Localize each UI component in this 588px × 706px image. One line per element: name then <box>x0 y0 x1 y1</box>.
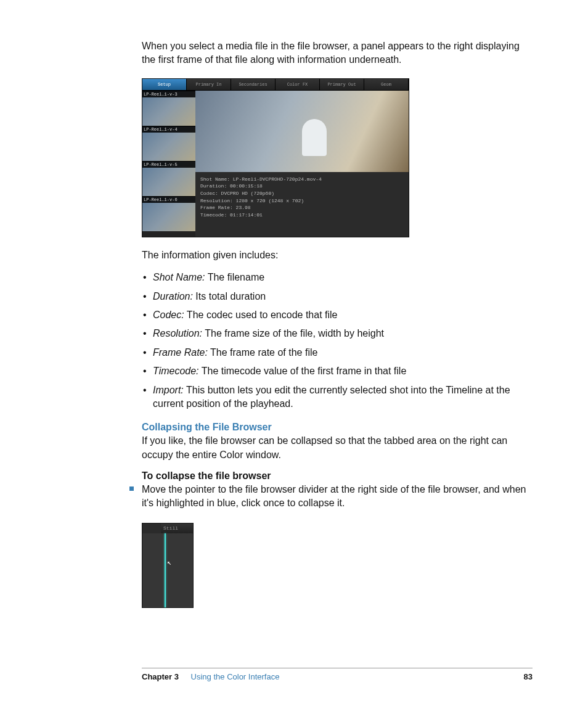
tab-primary-in: Primary In <box>187 79 231 90</box>
step-list: Move the pointer to the file browser div… <box>142 483 533 511</box>
cursor-icon: ↖ <box>167 558 171 567</box>
definition-list: Shot Name: The filename Duration: Its to… <box>142 271 533 411</box>
screenshot2-tab: Still <box>161 523 193 534</box>
def-codec: Codec: The codec used to encode that fil… <box>142 308 533 322</box>
collapse-paragraph: If you like, the file browser can be col… <box>142 434 533 462</box>
term: Import: <box>153 385 184 395</box>
step-bullet-icon <box>129 486 134 491</box>
thumbnail-strip <box>142 91 195 237</box>
def-import: Import: This button lets you edit the cu… <box>142 384 533 411</box>
screenshot2-body <box>142 533 193 607</box>
footer-title: Using the Color Interface <box>191 672 280 681</box>
desc: Its total duration <box>193 291 266 302</box>
thumbnail <box>142 126 195 161</box>
meta-resolution: Resolution: 1280 x 720 (1248 x 702) <box>200 197 404 205</box>
desc: The timecode value of the first frame in… <box>199 366 407 376</box>
shot-metadata: Shot Name: LP-Reel1-DVCPROHD-720p24.mov-… <box>195 172 409 237</box>
term: Shot Name: <box>153 272 205 282</box>
tab-setup: Setup <box>142 79 187 90</box>
page-footer: Chapter 3 Using the Color Interface 83 <box>142 668 533 681</box>
meta-codec: Codec: DVCPRO HD (720p60) <box>200 190 404 197</box>
def-resolution: Resolution: The frame size of the file, … <box>142 327 533 340</box>
preview-frame <box>195 91 409 172</box>
intro-paragraph: When you select a media file in the file… <box>142 39 533 67</box>
desc: This button lets you edit the currently … <box>153 385 510 409</box>
tab-primary-out: Primary Out <box>320 79 364 90</box>
step-text: Move the pointer to the file browser div… <box>142 484 526 508</box>
desc: The codec used to encode that file <box>184 310 338 320</box>
heading-to-collapse: To collapse the file browser <box>142 470 533 482</box>
thumbnail <box>142 91 195 126</box>
step-item: Move the pointer to the file browser div… <box>142 483 533 511</box>
meta-frame-rate: Frame Rate: 23.98 <box>200 204 404 211</box>
def-timecode: Timecode: The timecode value of the firs… <box>142 364 533 378</box>
preview-figure <box>302 119 327 156</box>
def-shot-name: Shot Name: The filename <box>142 271 533 284</box>
desc: The frame rate of the file <box>208 347 317 358</box>
meta-timecode: Timecode: 01:17:14:01 <box>200 211 404 219</box>
heading-collapsing: Collapsing the File Browser <box>142 422 533 433</box>
def-frame-rate: Frame Rate: The frame rate of the file <box>142 346 533 359</box>
screenshot-tabs: Setup Primary In Secondaries Color FX Pr… <box>142 79 409 91</box>
term: Codec: <box>153 310 184 320</box>
meta-shot-name: Shot Name: LP-Reel1-DVCPROHD-720p24.mov-… <box>200 176 404 183</box>
term: Timecode: <box>153 366 199 376</box>
thumbnail <box>142 196 195 231</box>
desc: The frame size of the file, width by hei… <box>202 328 384 339</box>
footer-page-number: 83 <box>524 672 533 681</box>
tab-secondaries: Secondaries <box>231 79 276 90</box>
footer-chapter: Chapter 3 <box>142 672 179 681</box>
meta-duration: Duration: 00:00:15:18 <box>200 183 404 190</box>
desc: The filename <box>205 272 264 282</box>
tab-geom: Geom <box>364 79 409 90</box>
term: Duration: <box>153 291 193 302</box>
term: Resolution: <box>153 328 202 339</box>
divider-highlight <box>165 533 166 607</box>
term: Frame Rate: <box>153 347 208 358</box>
info-lead: The information given includes: <box>142 248 533 262</box>
def-duration: Duration: Its total duration <box>142 290 533 303</box>
divider-screenshot: Still ↖ <box>142 523 194 608</box>
thumbnail <box>142 161 195 196</box>
tab-color-fx: Color FX <box>276 79 320 90</box>
file-browser-screenshot: Setup Primary In Secondaries Color FX Pr… <box>142 78 408 236</box>
